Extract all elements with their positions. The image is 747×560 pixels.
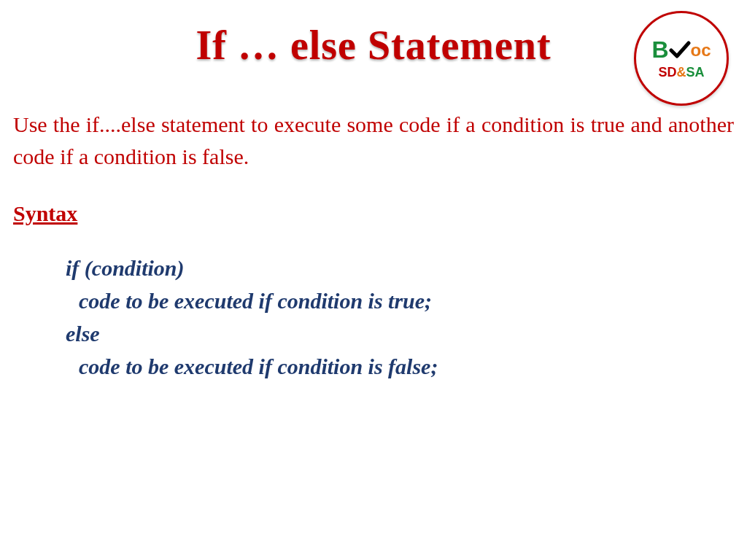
- code-line-false-branch: code to be executed if condition is fals…: [79, 350, 747, 383]
- code-line-true-branch: code to be executed if condition is true…: [79, 284, 747, 317]
- logo-text-amp: &: [677, 65, 686, 79]
- logo-bottom-text: SD&SA: [658, 65, 704, 80]
- logo-text-oc: oc: [691, 40, 711, 61]
- logo-letter-b: B: [651, 36, 668, 63]
- logo-text-sa: SA: [686, 65, 705, 79]
- code-line-if: if (condition): [66, 252, 747, 284]
- syntax-heading: Syntax: [13, 201, 747, 226]
- brand-logo: B oc SD&SA: [634, 11, 729, 106]
- logo-text-sd: SD: [658, 65, 676, 79]
- description-text: Use the if....else statement to execute …: [13, 109, 734, 172]
- code-line-else: else: [66, 317, 747, 350]
- checkmark-icon: [669, 39, 691, 61]
- logo-top-text: B oc: [651, 36, 711, 63]
- code-block: if (condition) code to be executed if co…: [66, 252, 747, 383]
